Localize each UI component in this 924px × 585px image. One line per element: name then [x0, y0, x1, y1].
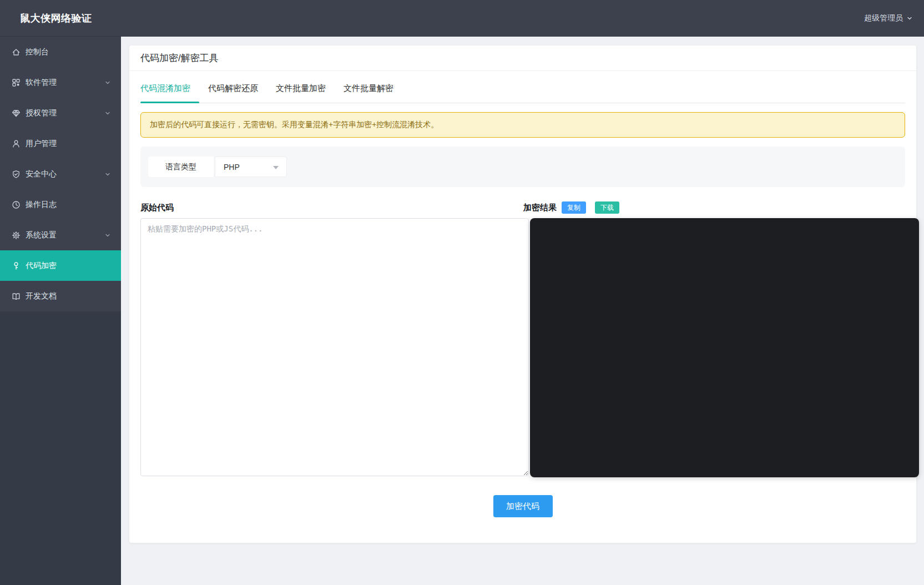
language-select[interactable]: PHP: [215, 157, 287, 177]
sidebar-item-label: 用户管理: [26, 139, 57, 149]
topbar: 超级管理员: [121, 0, 924, 37]
editor-labels-row: 原始代码 加密结果 复制 下载: [140, 201, 905, 214]
sidebar-item-users[interactable]: 用户管理: [0, 128, 121, 159]
chevron-down-icon: [104, 232, 111, 239]
tool-card: 代码加密/解密工具 代码混淆加密代码解密还原文件批量加密文件批量解密 加密后的代…: [129, 46, 916, 543]
user-menu[interactable]: 超级管理员: [861, 13, 913, 23]
source-code-input[interactable]: [140, 218, 529, 476]
editors-row: [140, 218, 905, 477]
encrypt-row: 加密代码: [129, 495, 916, 517]
chevron-down-icon: [104, 110, 111, 117]
page-title: 代码加密/解密工具: [129, 46, 916, 71]
app-title: 鼠大侠网络验证: [0, 0, 121, 37]
sidebar-item-label: 授权管理: [26, 108, 57, 118]
sidebar-item-label: 系统设置: [26, 230, 57, 240]
sidebar-item-docs[interactable]: 开发文档: [0, 281, 121, 311]
copy-button[interactable]: 复制: [562, 201, 586, 214]
book-icon: [12, 292, 21, 301]
sidebar-item-label: 软件管理: [26, 78, 57, 88]
apps-icon: [12, 78, 21, 87]
shield-icon: [12, 170, 21, 179]
tabs-bar: 代码混淆加密代码解密还原文件批量加密文件批量解密: [140, 71, 905, 103]
caret-down-icon: [273, 166, 279, 169]
sidebar-item-label: 操作日志: [26, 200, 57, 210]
warning-alert-text: 加密后的代码可直接运行，无需密钥。采用变量混淆+字符串加密+控制流混淆技术。: [150, 120, 438, 130]
result-output: [530, 218, 920, 477]
user-icon: [12, 139, 21, 148]
chevron-down-icon: [104, 171, 111, 178]
chevron-down-icon: [104, 79, 111, 86]
sidebar-item-console[interactable]: 控制台: [0, 37, 121, 67]
sidebar-item-logs[interactable]: 操作日志: [0, 189, 121, 220]
key-icon: [12, 261, 21, 270]
tab-decrypt[interactable]: 代码解密还原: [199, 83, 267, 103]
sidebar-item-label: 开发文档: [26, 291, 57, 301]
sidebar-item-code-encrypt[interactable]: 代码加密: [0, 250, 121, 281]
gear-icon: [12, 231, 21, 240]
download-button[interactable]: 下载: [595, 201, 619, 214]
sidebar-item-software[interactable]: 软件管理: [0, 67, 121, 98]
sidebar-item-settings[interactable]: 系统设置: [0, 220, 121, 250]
encrypt-button[interactable]: 加密代码: [493, 495, 553, 517]
language-label: 语言类型: [148, 157, 214, 177]
warning-alert: 加密后的代码可直接运行，无需密钥。采用变量混淆+字符串加密+控制流混淆技术。: [140, 112, 905, 138]
tab-batch-encrypt[interactable]: 文件批量加密: [267, 83, 335, 103]
sidebar-item-label: 控制台: [26, 47, 49, 57]
source-label: 原始代码: [140, 203, 174, 213]
clock-icon: [12, 200, 21, 209]
sidebar-item-license[interactable]: 授权管理: [0, 98, 121, 128]
sidebar: 鼠大侠网络验证 控制台软件管理授权管理用户管理安全中心操作日志系统设置代码加密开…: [0, 0, 121, 585]
sidebar-item-security[interactable]: 安全中心: [0, 159, 121, 189]
tab-obfuscate[interactable]: 代码混淆加密: [140, 83, 199, 103]
sidebar-menu: 控制台软件管理授权管理用户管理安全中心操作日志系统设置代码加密开发文档: [0, 37, 121, 311]
tab-batch-decrypt[interactable]: 文件批量解密: [335, 83, 402, 103]
result-label: 加密结果: [523, 203, 557, 213]
gem-icon: [12, 109, 21, 118]
user-name: 超级管理员: [864, 13, 903, 23]
language-panel: 语言类型 PHP: [140, 147, 905, 187]
language-select-value: PHP: [224, 163, 240, 172]
sidebar-item-label: 代码加密: [26, 261, 57, 271]
main-content: 代码加密/解密工具 代码混淆加密代码解密还原文件批量加密文件批量解密 加密后的代…: [121, 37, 924, 585]
chevron-down-icon: [906, 15, 913, 22]
sidebar-item-label: 安全中心: [26, 169, 57, 179]
home-icon: [12, 48, 21, 57]
